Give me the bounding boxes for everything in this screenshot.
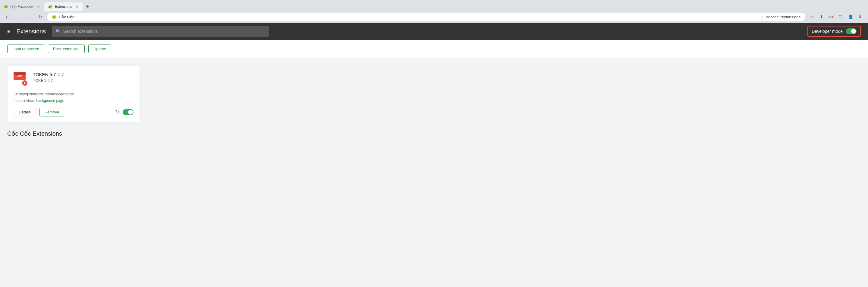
extension-description: TOKEN 5.7	[33, 78, 133, 83]
coccoc-favicon: 🐸	[4, 4, 8, 9]
forward-button[interactable]: →	[25, 13, 34, 21]
toggle-knob	[851, 29, 856, 34]
search-input[interactable]	[63, 29, 265, 34]
details-button[interactable]: Details	[13, 108, 36, 116]
extension-details: ID: hgmfpchmljpdailalnaikbnbpcdjojdn Ins…	[13, 91, 133, 104]
extension-icon-badge: ⏺	[22, 80, 28, 86]
developer-mode-section: Developer mode	[807, 26, 861, 37]
section-title: Cốc Cốc Extensions	[7, 130, 861, 137]
extension-info: TOKEN 5.7 5.7 TOKEN 5.7	[33, 72, 133, 83]
extension-name-row: TOKEN 5.7 5.7	[33, 72, 133, 77]
address-bar: ⊡ ← → ↻ 🐸 Cốc Cốc | coccoc://extensions …	[0, 11, 868, 23]
toolbar-icons: ☆ ⬇ ATP 🛡 👤 ⬇	[808, 13, 864, 21]
main-content: ATP ⏺ TOKEN 5.7 5.7 TOKEN 5.7 ID: hgmfpc…	[0, 58, 868, 239]
browser-chrome: 🐸 (77) Facebook ✕ 🧩 Extensions ✕ + ⊡ ← →…	[0, 0, 868, 23]
tab-bar: 🐸 (77) Facebook ✕ 🧩 Extensions ✕ +	[0, 0, 868, 11]
developer-buttons: Load unpacked Pack extension Update	[0, 40, 868, 58]
download-icon[interactable]: ⬇	[817, 13, 826, 21]
atp-extension-icon[interactable]: ATP	[827, 13, 835, 21]
hamburger-icon[interactable]: ≡	[7, 28, 10, 35]
reload-button[interactable]: ↻	[36, 13, 44, 21]
remove-button[interactable]: Remove	[39, 108, 64, 116]
developer-mode-toggle[interactable]	[846, 28, 857, 34]
background-page-link[interactable]: background page	[36, 99, 64, 103]
menu-download-icon[interactable]: ⬇	[856, 13, 864, 21]
extension-toggle[interactable]	[123, 109, 133, 115]
search-icon: 🔍	[56, 29, 61, 34]
back-button[interactable]: ←	[14, 13, 23, 21]
extension-card-token57: ATP ⏺ TOKEN 5.7 5.7 TOKEN 5.7 ID: hgmfpc…	[7, 66, 140, 123]
extension-version: 5.7	[58, 72, 64, 77]
developer-mode-label: Developer mode	[812, 29, 843, 34]
tab-coccoc[interactable]: 🐸 (77) Facebook ✕	[0, 2, 44, 11]
tab-coccoc-label: (77) Facebook	[10, 4, 33, 9]
extension-id-label: ID:	[13, 92, 19, 96]
pack-extension-button[interactable]: Pack extension	[48, 44, 85, 53]
tab-coccoc-close[interactable]: ✕	[36, 4, 41, 9]
extension-card-footer: Details Remove ↻	[13, 108, 133, 116]
atp-logo-text: ATP	[17, 75, 22, 78]
extension-name: TOKEN 5.7	[33, 72, 56, 77]
sidebar-toggle-button[interactable]: ⊡	[4, 13, 12, 21]
address-separator: |	[762, 15, 763, 19]
extensions-title: Extensions	[17, 28, 46, 35]
new-tab-button[interactable]: +	[83, 2, 92, 11]
tab-extensions-label: Extensions	[55, 4, 72, 9]
address-favicon: 🐸	[52, 15, 56, 19]
profile-icon[interactable]: 👤	[846, 13, 855, 21]
tab-extensions-close[interactable]: ✕	[75, 4, 80, 9]
inspect-views-label: Inspect views	[13, 99, 35, 103]
reload-extension-icon[interactable]: ↻	[115, 109, 119, 115]
address-site: Cốc Cốc	[59, 15, 758, 19]
extension-card-header: ATP ⏺ TOKEN 5.7 5.7 TOKEN 5.7	[13, 72, 133, 86]
extension-inspect-row: Inspect views background page	[13, 98, 133, 104]
update-button[interactable]: Update	[88, 44, 111, 53]
search-box: 🔍	[52, 26, 269, 37]
extension-toggle-knob	[128, 110, 133, 115]
coccoc-shield-icon[interactable]: 🛡	[837, 13, 845, 21]
address-input[interactable]: 🐸 Cốc Cốc | coccoc://extensions	[47, 13, 805, 21]
extension-icon-main: ATP	[13, 72, 26, 80]
extensions-favicon: 🧩	[48, 4, 52, 9]
address-url: coccoc://extensions	[767, 15, 801, 19]
extension-id-value: hgmfpchmljpdailalnaikbnbpcdjojdn	[19, 92, 74, 96]
bookmark-icon[interactable]: ☆	[808, 13, 816, 21]
extension-icon-wrapper: ATP ⏺	[13, 72, 28, 86]
tab-extensions[interactable]: 🧩 Extensions ✕	[44, 2, 83, 11]
badge-icon: ⏺	[24, 82, 26, 84]
extensions-header: ≡ Extensions 🔍 Developer mode	[0, 23, 868, 40]
extension-id-row: ID: hgmfpchmljpdailalnaikbnbpcdjojdn	[13, 91, 133, 98]
load-unpacked-button[interactable]: Load unpacked	[7, 44, 44, 53]
